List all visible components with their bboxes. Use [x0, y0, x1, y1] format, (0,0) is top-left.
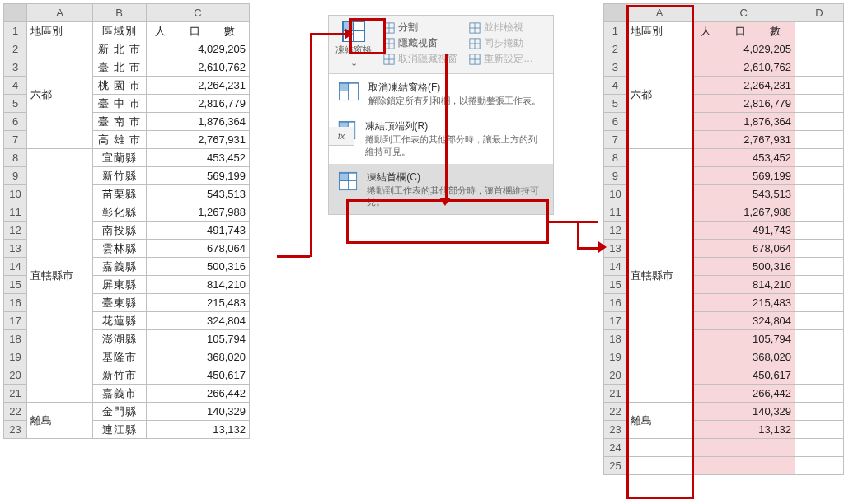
cell[interactable]: 140,329 — [147, 403, 250, 421]
row-hdr[interactable]: 18 — [4, 330, 27, 348]
cell[interactable]: 324,804 — [147, 312, 250, 330]
cell[interactable]: 13,132 — [147, 421, 250, 439]
col-hdr-C[interactable]: C — [147, 4, 250, 22]
row-hdr[interactable]: 12 — [604, 222, 627, 240]
row-hdr[interactable]: 18 — [604, 330, 627, 348]
cell[interactable]: 569,199 — [692, 167, 795, 185]
cell[interactable]: 苗栗縣 — [93, 185, 147, 203]
cell[interactable] — [795, 457, 844, 475]
cell[interactable] — [795, 366, 844, 385]
cell[interactable]: 453,452 — [692, 149, 795, 167]
row-hdr[interactable]: 5 — [604, 95, 627, 113]
row-hdr[interactable]: 14 — [4, 258, 27, 276]
row-hdr[interactable]: 7 — [4, 131, 27, 149]
cell[interactable]: 105,794 — [147, 330, 250, 348]
row-hdr[interactable]: 16 — [604, 294, 627, 312]
cell[interactable]: 2,610,762 — [692, 58, 795, 77]
cell[interactable]: 基隆市 — [93, 348, 147, 366]
col-hdr-A[interactable]: A — [626, 4, 692, 22]
cell[interactable] — [795, 294, 844, 312]
cell[interactable]: 花蓮縣 — [93, 312, 147, 330]
cell[interactable] — [795, 77, 844, 95]
row-hdr[interactable]: 15 — [604, 276, 627, 294]
cell[interactable]: 543,513 — [692, 185, 795, 203]
row-hdr[interactable]: 22 — [604, 403, 627, 421]
cell[interactable]: 2,767,931 — [692, 131, 795, 149]
row-hdr[interactable]: 25 — [604, 457, 627, 475]
cell[interactable]: 814,210 — [147, 276, 250, 294]
row-hdr[interactable]: 9 — [604, 167, 627, 185]
row-hdr[interactable]: 16 — [4, 294, 27, 312]
cell[interactable]: 543,513 — [147, 185, 250, 203]
cell[interactable]: 新竹市 — [93, 366, 147, 385]
cell[interactable]: 678,064 — [147, 240, 250, 258]
cell[interactable]: 2,264,231 — [692, 77, 795, 95]
row-hdr[interactable]: 14 — [604, 258, 627, 276]
region-cell[interactable]: 離島 — [626, 403, 692, 439]
cell[interactable]: 1,267,988 — [147, 203, 250, 222]
row-hdr[interactable]: 8 — [4, 149, 27, 167]
cell[interactable] — [795, 185, 844, 203]
cell[interactable]: 2,264,231 — [147, 77, 250, 95]
ribbon-hide[interactable]: 隱藏視窗 — [383, 36, 457, 50]
cell[interactable]: 南投縣 — [93, 222, 147, 240]
cell[interactable]: 雲林縣 — [93, 240, 147, 258]
cell[interactable]: 4,029,205 — [147, 40, 250, 58]
cell[interactable]: 453,452 — [147, 149, 250, 167]
cell[interactable] — [626, 439, 692, 457]
cell[interactable]: 500,316 — [692, 258, 795, 276]
cell[interactable]: 215,483 — [692, 294, 795, 312]
cell[interactable] — [795, 276, 844, 294]
cell[interactable]: 地區別 — [27, 22, 93, 40]
cell[interactable]: 266,442 — [147, 385, 250, 403]
cell[interactable]: 人 口 數 — [147, 22, 250, 40]
row-hdr[interactable]: 2 — [604, 40, 627, 58]
cell[interactable]: 連江縣 — [93, 421, 147, 439]
cell[interactable]: 新竹縣 — [93, 167, 147, 185]
cell[interactable]: 324,804 — [692, 312, 795, 330]
cell[interactable]: 2,610,762 — [147, 58, 250, 77]
cell[interactable] — [795, 421, 844, 439]
row-hdr[interactable]: 10 — [4, 185, 27, 203]
region-cell[interactable]: 六都 — [626, 40, 692, 149]
row-hdr[interactable]: 21 — [4, 385, 27, 403]
cell[interactable]: 臺 北 市 — [93, 58, 147, 77]
ribbon-split[interactable]: 分割 — [383, 21, 457, 35]
col-hdr-A[interactable]: A — [27, 4, 93, 22]
cell[interactable]: 嘉義市 — [93, 385, 147, 403]
select-all[interactable] — [604, 4, 627, 22]
cell[interactable]: 13,132 — [692, 421, 795, 439]
cell[interactable] — [795, 385, 844, 403]
row-hdr[interactable]: 3 — [4, 58, 27, 77]
cell[interactable] — [795, 330, 844, 348]
cell[interactable] — [795, 113, 844, 131]
freeze-panes-button[interactable]: 凍結窗格 ⌄ — [335, 21, 372, 68]
cell[interactable] — [795, 131, 844, 149]
cell[interactable]: 人 口 數 — [692, 22, 795, 40]
cell[interactable]: 215,483 — [147, 294, 250, 312]
cell[interactable]: 金門縣 — [93, 403, 147, 421]
region-cell[interactable]: 六都 — [27, 40, 93, 149]
select-all[interactable] — [4, 4, 27, 22]
cell[interactable]: 澎湖縣 — [93, 330, 147, 348]
row-hdr[interactable]: 23 — [4, 421, 27, 439]
cell[interactable]: 高 雄 市 — [93, 131, 147, 149]
cell[interactable] — [692, 439, 795, 457]
row-hdr[interactable]: 10 — [604, 185, 627, 203]
cell[interactable] — [795, 439, 844, 457]
col-hdr-D[interactable]: D — [795, 4, 844, 22]
ribbon-sync-scroll[interactable]: 同步捲動 — [469, 36, 533, 50]
cell[interactable]: 宜蘭縣 — [93, 149, 147, 167]
row-hdr[interactable]: 8 — [604, 149, 627, 167]
cell[interactable]: 新 北 市 — [93, 40, 147, 58]
ribbon-reset[interactable]: 重新設定… — [469, 52, 533, 66]
region-cell[interactable]: 直轄縣市 — [27, 149, 93, 403]
row-hdr[interactable]: 17 — [604, 312, 627, 330]
cell[interactable]: 1,876,364 — [692, 113, 795, 131]
row-hdr[interactable]: 22 — [4, 403, 27, 421]
row-hdr[interactable]: 3 — [604, 58, 627, 77]
menu-freeze-first-column[interactable]: 凍結首欄(C) 捲動到工作表的其他部分時，讓首欄維持可見。 — [329, 164, 553, 215]
row-hdr[interactable]: 6 — [4, 113, 27, 131]
cell[interactable]: 678,064 — [692, 240, 795, 258]
row-hdr[interactable]: 1 — [4, 22, 27, 40]
